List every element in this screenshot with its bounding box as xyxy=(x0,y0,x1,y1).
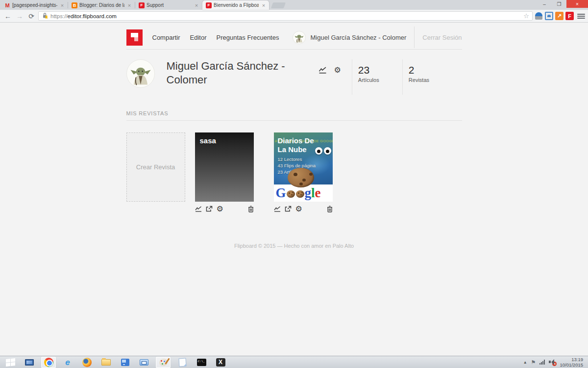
window-controls: – ❐ × xyxy=(537,0,588,8)
taskbar-paint-icon[interactable] xyxy=(156,357,171,368)
taskbar-notepad-icon[interactable] xyxy=(175,357,190,368)
magazine-diarios: AVISO DE COOKIES DE GOOGLE Diarios De La… xyxy=(274,132,333,212)
new-tab-button[interactable] xyxy=(271,2,286,8)
tab-title: Support xyxy=(147,2,192,8)
ssl-warning-lock-icon xyxy=(42,12,48,21)
cookie-image xyxy=(288,168,314,187)
magazine-settings-gear-icon[interactable]: ⚙ xyxy=(217,205,223,213)
section-rule xyxy=(126,120,462,121)
back-button[interactable]: ← xyxy=(3,13,13,20)
browser-chrome: M [pagespeed-insights-disc × B Blogger: … xyxy=(0,0,588,23)
tab-title: [pagespeed-insights-disc xyxy=(12,2,57,8)
share-icon[interactable] xyxy=(285,206,292,212)
magazine-settings-gear-icon[interactable]: ⚙ xyxy=(295,205,302,213)
flipboard-logo[interactable] xyxy=(126,29,143,46)
site-header: Compartir Editor Preguntas Frecuentes Mi… xyxy=(0,23,588,50)
clock-date: 10/01/2015 xyxy=(560,362,583,368)
tray-show-hidden-icon[interactable]: ▲ xyxy=(523,360,527,365)
tab-close-icon[interactable]: × xyxy=(194,2,199,8)
action-center-flag-icon[interactable]: ⚑ xyxy=(531,359,536,366)
network-signal-icon[interactable] xyxy=(539,360,545,365)
create-magazine-card[interactable]: Crear Revista xyxy=(126,132,185,202)
taskbar-chrome-icon[interactable] xyxy=(41,357,56,368)
tab-close-icon[interactable]: × xyxy=(261,2,267,8)
magazine-cover-image: AVISO DE COOKIES DE GOOGLE Diarios De La… xyxy=(274,132,333,184)
tab-support[interactable]: F Support × xyxy=(135,0,202,10)
nav-editor[interactable]: Editor xyxy=(190,34,207,41)
flipboard-favicon-icon: F xyxy=(206,2,212,8)
extension-flipboard-icon[interactable]: F xyxy=(565,12,574,20)
cookie-o-icon xyxy=(287,190,295,198)
taskbar-desktop-icon[interactable] xyxy=(22,357,37,368)
logout-link[interactable]: Cerrar Sesión xyxy=(422,34,462,41)
tab-strip: M [pagespeed-insights-disc × B Blogger: … xyxy=(0,0,588,10)
user-avatar[interactable] xyxy=(293,31,306,44)
header-username[interactable]: Miguel García Sánchez - Colomer xyxy=(310,34,406,41)
magazine-title: sasa xyxy=(200,136,249,145)
profile-section: Miguel García Sánchez - Colomer ⚙ 23 Art… xyxy=(126,59,462,95)
taskbar-remote-desktop-icon[interactable] xyxy=(137,357,151,368)
system-tray: ▲ ⚑ × 13:19 10/01/2015 xyxy=(523,357,585,368)
analytics-chart-icon[interactable] xyxy=(195,206,202,212)
nav-preguntas-frecuentes[interactable]: Preguntas Frecuentes xyxy=(217,34,279,41)
stat-value: 2 xyxy=(409,64,453,76)
flipboard-favicon-icon: F xyxy=(139,2,145,8)
tab-title: Blogger: Diarios de la nub xyxy=(79,2,124,8)
start-button[interactable] xyxy=(3,357,18,368)
taskbar-command-prompt-icon[interactable] xyxy=(194,357,209,368)
google-letter: G xyxy=(276,186,286,200)
header-divider xyxy=(414,26,415,48)
restore-button[interactable]: ❐ xyxy=(552,0,566,8)
taskbar-file-explorer-icon[interactable] xyxy=(98,357,113,368)
tab-flipboard-active[interactable]: F Bienvenido a Flipboard — × xyxy=(202,0,269,10)
address-bar[interactable]: https://editor.flipboard.com ☆ xyxy=(38,11,533,21)
google-letter: g xyxy=(305,186,312,200)
bookmark-star-icon[interactable]: ☆ xyxy=(523,12,529,20)
taskbar-x-app-icon[interactable]: X xyxy=(213,357,228,368)
magazine-actions: ⚙ xyxy=(274,205,333,212)
stat-label: Artículos xyxy=(358,77,402,83)
header-rule xyxy=(126,49,462,50)
profile-name: Miguel García Sánchez - Colomer xyxy=(167,59,289,87)
volume-muted-icon[interactable]: × xyxy=(549,359,556,365)
stat-magazines: 2 Revistas xyxy=(403,59,453,83)
magazine-title: Diarios De La Nube xyxy=(278,136,318,154)
nav-compartir[interactable]: Compartir xyxy=(152,34,180,41)
extension-pagespeed-icon[interactable] xyxy=(535,12,543,20)
taskbar-firefox-icon[interactable] xyxy=(79,357,94,368)
tab-blogger[interactable]: B Blogger: Diarios de la nub × xyxy=(68,0,135,10)
taskbar-clock[interactable]: 13:19 10/01/2015 xyxy=(560,357,585,368)
reload-button[interactable]: ⟳ xyxy=(26,13,36,20)
tab-pagespeed[interactable]: M [pagespeed-insights-disc × xyxy=(1,0,68,10)
magazine-card-sasa[interactable]: sasa xyxy=(195,132,254,202)
minimize-button[interactable]: – xyxy=(537,0,552,8)
google-letter: l xyxy=(311,186,315,200)
delete-trash-icon[interactable] xyxy=(248,206,254,212)
magazine-cards-row: Crear Revista sasa ⚙ xyxy=(126,132,462,212)
analytics-chart-icon[interactable] xyxy=(274,206,281,212)
forward-button[interactable]: → xyxy=(15,13,24,20)
my-magazines-section: MIS REVISTAS xyxy=(126,110,462,121)
flipboard-editor-page: Compartir Editor Preguntas Frecuentes Mi… xyxy=(0,23,588,356)
googly-eyes xyxy=(315,147,331,155)
extension-webmaster-icon[interactable] xyxy=(545,12,553,20)
magazine-card-diarios[interactable]: AVISO DE COOKIES DE GOOGLE Diarios De La… xyxy=(274,132,333,202)
profile-avatar[interactable] xyxy=(126,59,155,88)
taskbar-display-settings-icon[interactable] xyxy=(118,357,132,368)
stat-articles: 23 Artículos xyxy=(352,59,402,83)
tab-close-icon[interactable]: × xyxy=(126,2,132,8)
share-icon[interactable] xyxy=(206,206,213,212)
tab-title: Bienvenido a Flipboard — xyxy=(214,2,259,8)
url-text[interactable]: https://editor.flipboard.com xyxy=(50,13,521,19)
chrome-menu-icon[interactable] xyxy=(577,14,585,19)
browser-toolbar: ← → ⟳ https://editor.flipboard.com ☆ ↗ F xyxy=(0,10,588,23)
gmail-icon: M xyxy=(4,2,10,8)
settings-gear-icon[interactable]: ⚙ xyxy=(334,66,341,74)
delete-trash-icon[interactable] xyxy=(327,206,333,212)
extension-analytics-icon[interactable]: ↗ xyxy=(555,12,564,20)
close-button[interactable]: × xyxy=(566,0,588,8)
stats-chart-icon[interactable] xyxy=(318,67,327,74)
windows-logo-icon xyxy=(6,358,15,367)
tab-close-icon[interactable]: × xyxy=(59,2,65,8)
taskbar-internet-explorer-icon[interactable]: e xyxy=(60,357,75,368)
